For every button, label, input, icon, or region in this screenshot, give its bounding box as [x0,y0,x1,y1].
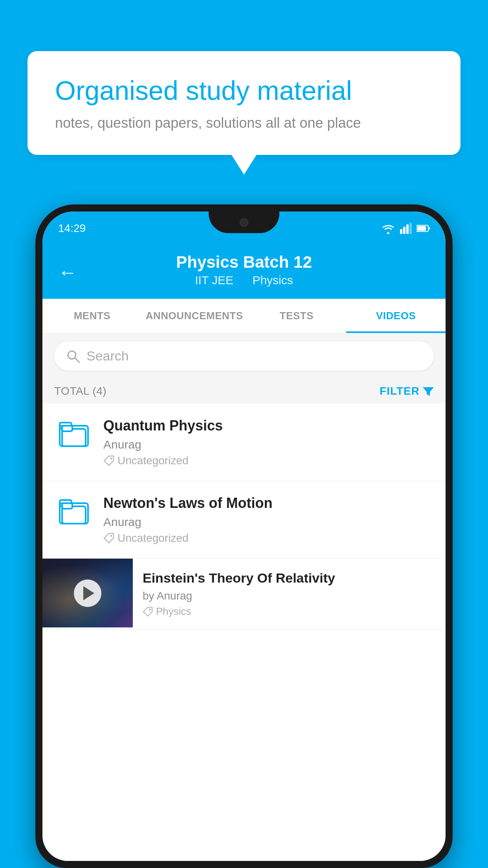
svg-rect-1 [403,227,405,234]
list-item[interactable]: Newton's Laws of Motion Anurag Uncategor… [42,481,446,559]
svg-marker-9 [423,387,434,396]
video-info: Quantum Physics Anurag Uncategorized [103,417,434,467]
list-item[interactable]: Einstein's Theory Of Relativity by Anura… [42,559,446,630]
video-list: Quantum Physics Anurag Uncategorized [42,404,446,861]
svg-rect-5 [417,226,426,231]
svg-point-20 [149,609,151,611]
video-tag-label: Uncategorized [117,454,189,467]
video-info: Einstein's Theory Of Relativity by Anura… [133,559,446,629]
video-author: Anurag [103,515,434,529]
filter-label: FILTER [380,385,420,397]
search-bar[interactable]: Search [54,341,434,371]
video-tag-label: Uncategorized [117,532,189,544]
svg-point-19 [110,535,112,537]
bubble-title: Organised study material [55,75,433,107]
total-count: TOTAL (4) [54,385,106,397]
video-title: Newton's Laws of Motion [103,495,434,511]
status-time: 14:29 [58,222,86,235]
video-author: by Anurag [143,590,436,602]
tab-announcements[interactable]: ANNOUNCEMENTS [142,299,247,333]
svg-line-8 [75,358,79,362]
camera-dot [240,218,248,227]
tag-icon [103,455,114,466]
filter-button[interactable]: FILTER [380,385,434,397]
folder-icon-wrap [54,495,94,525]
tab-tests[interactable]: TESTS [247,299,346,333]
svg-rect-3 [409,223,412,234]
video-tag: Uncategorized [103,532,434,544]
svg-rect-13 [62,426,72,431]
app-header: ← Physics Batch 12 IIT JEE Physics [42,245,446,299]
back-button[interactable]: ← [58,261,77,283]
video-tag: Physics [143,605,436,618]
svg-rect-18 [62,503,72,509]
header-title: Physics Batch 12 [58,253,430,272]
signal-icon [400,223,412,234]
search-placeholder: Search [86,348,129,364]
header-subtitle-part1: IIT JEE [195,274,233,287]
video-tag-label: Physics [156,605,191,618]
tabs-bar: MENTS ANNOUNCEMENTS TESTS VIDEOS [42,299,446,333]
video-tag: Uncategorized [103,454,434,467]
tab-ments[interactable]: MENTS [42,299,142,333]
phone-screen: 14:29 [42,211,446,861]
video-author: Anurag [103,438,434,451]
folder-icon [58,497,90,525]
speech-bubble: Organised study material notes, question… [28,51,460,155]
battery-icon [416,224,430,232]
notch-cutout [209,211,279,233]
video-title: Einstein's Theory Of Relativity [143,570,436,586]
svg-rect-6 [429,227,430,230]
header-subtitle-part2: Physics [252,274,293,287]
svg-point-14 [110,458,112,460]
tag-icon [143,607,153,617]
header-subtitle: IIT JEE Physics [58,274,430,287]
phone-frame: 14:29 [35,204,453,868]
speech-bubble-wrapper: Organised study material notes, question… [28,51,460,155]
svg-rect-0 [400,229,402,234]
video-info: Newton's Laws of Motion Anurag Uncategor… [103,495,434,544]
search-bar-wrap: Search [42,333,446,379]
play-button[interactable] [74,579,101,607]
status-bar: 14:29 [42,211,446,245]
video-title: Quantum Physics [103,417,434,434]
search-icon [66,349,80,363]
svg-rect-2 [406,224,409,234]
bubble-subtitle: notes, question papers, solutions all at… [55,115,433,131]
video-thumbnail [42,559,133,627]
status-icons [381,223,430,234]
tag-icon [103,533,114,544]
list-item[interactable]: Quantum Physics Anurag Uncategorized [42,404,446,481]
filter-bar: TOTAL (4) FILTER [42,379,446,404]
wifi-icon [381,223,395,234]
filter-icon [423,386,434,397]
tab-videos[interactable]: VIDEOS [346,299,446,333]
folder-icon-wrap [54,417,94,448]
play-triangle-icon [83,586,94,600]
folder-icon [58,419,90,448]
